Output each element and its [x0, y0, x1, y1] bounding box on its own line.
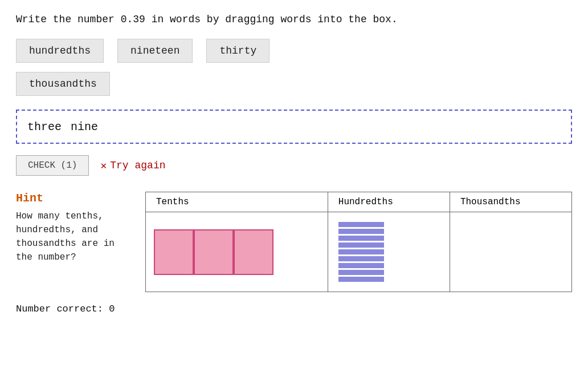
dropped-word-three: three — [27, 120, 62, 134]
hint-title: Hint — [16, 192, 127, 205]
bottom-section: Hint How many tenths, hundredths, and th… — [16, 192, 572, 292]
drop-zone[interactable]: three nine — [16, 110, 572, 144]
pink-block-2 — [194, 229, 234, 275]
check-button[interactable]: CHECK (1) — [16, 155, 89, 176]
visual-table: Tenths Hundredths Thousandths — [145, 192, 572, 292]
chip-nineteen[interactable]: nineteen — [117, 39, 193, 63]
blue-strip-1 — [338, 222, 384, 227]
word-chips-row1: hundredths nineteen thirty — [16, 39, 572, 63]
col-header-thousandths: Thousandths — [450, 192, 571, 212]
blue-strip-4 — [338, 242, 384, 248]
instruction: Write the number 0.39 in words by draggi… — [16, 14, 572, 25]
word-chips-row2: thousandths — [16, 72, 572, 96]
thousandths-cell — [450, 212, 571, 292]
hint-text: How many tenths, hundredths, and thousan… — [16, 209, 127, 264]
col-header-tenths: Tenths — [146, 192, 328, 212]
blue-strip-6 — [338, 256, 384, 261]
number-correct: Number correct: 0 — [16, 304, 572, 314]
blue-strip-7 — [338, 263, 384, 268]
try-again-message: ✕ Try again — [100, 159, 165, 172]
try-again-label: Try again — [110, 160, 165, 171]
x-icon: ✕ — [100, 159, 107, 172]
dropped-word-nine: nine — [71, 120, 98, 134]
blue-strips — [336, 220, 442, 284]
pink-block-3 — [234, 229, 273, 275]
blue-strip-9 — [338, 277, 384, 282]
hundredths-cell — [328, 212, 450, 292]
blue-strip-3 — [338, 236, 384, 241]
blue-strip-8 — [338, 270, 384, 275]
pink-blocks — [154, 229, 320, 275]
pink-block-1 — [154, 229, 194, 275]
tenths-cell — [146, 212, 328, 292]
check-row: CHECK (1) ✕ Try again — [16, 155, 572, 176]
chip-hundredths[interactable]: hundredths — [16, 39, 104, 63]
chip-thirty[interactable]: thirty — [206, 39, 270, 63]
hint-section: Hint How many tenths, hundredths, and th… — [16, 192, 127, 264]
blue-strip-2 — [338, 229, 384, 234]
chip-thousandths[interactable]: thousandths — [16, 72, 110, 96]
blue-strip-5 — [338, 249, 384, 254]
col-header-hundredths: Hundredths — [328, 192, 450, 212]
